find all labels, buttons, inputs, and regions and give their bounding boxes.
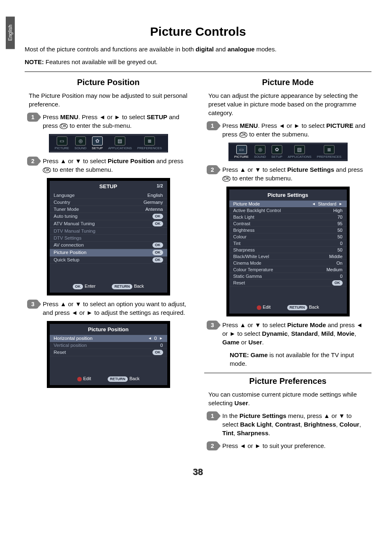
b: Colour: [339, 421, 359, 428]
b: Back Light: [240, 421, 272, 428]
t: and press: [154, 157, 183, 164]
osd-label: Country: [54, 200, 70, 205]
osd-row: Brightness50: [229, 227, 347, 233]
menu-icon: ✿: [272, 145, 282, 154]
osd-row: Colour50: [229, 233, 347, 240]
t: Press: [43, 113, 60, 120]
osd-label: Back Light: [233, 215, 254, 219]
ok-pill: OK: [152, 257, 163, 263]
osd-value: 50: [337, 234, 342, 239]
menu-icon: ▤: [115, 136, 125, 145]
section-heading-picture-preferences: Picture Preferences: [204, 376, 371, 386]
intro-mid: and: [214, 46, 227, 53]
t: . Press ◄ or ► to select: [258, 122, 326, 129]
b: Movie: [337, 330, 355, 337]
return-pill: RETURN: [108, 376, 128, 382]
menubar-item-setup: ✿SETUP: [92, 136, 103, 150]
menu-label: SETUP: [271, 155, 282, 159]
osd-row: AV connectionOK: [50, 242, 167, 249]
note-b: Game: [251, 351, 268, 358]
osd-label: Colour: [233, 234, 247, 239]
osd-row: Horizontal position◄0►: [50, 335, 167, 342]
t: . Press ◄ or ► to select: [78, 113, 147, 120]
right-step-3: 3 Press ▲ or ▼ to select Picture Mode an…: [207, 321, 369, 346]
osd-value: Germany: [143, 200, 163, 205]
right-step3-text: Press ▲ or ▼ to select Picture Mode and …: [222, 321, 369, 346]
osd-page: 1/2: [157, 183, 163, 188]
osd-row: CountryGermany: [50, 199, 167, 206]
osd-label: AV connection: [54, 242, 84, 248]
menu-icon: ≣: [324, 145, 334, 154]
osd-row: Picture PositionOK: [50, 249, 167, 256]
t: to enter the submenu.: [231, 175, 292, 182]
menu-icon: ▤: [294, 145, 305, 154]
return-pill: RETURN: [287, 305, 308, 310]
menu-icon: ▭: [57, 136, 67, 145]
osd-picture-settings-panel: Picture Settings Picture Mode◄Standard►A…: [226, 187, 350, 316]
ok-icon: OK: [60, 123, 68, 129]
osd-row: Auto tuningOK: [50, 213, 167, 220]
page-title: Picture Controls: [25, 25, 371, 39]
pref-step1-text: In the Picture Settings menu, press ▲ or…: [222, 411, 369, 437]
osd-footer: Edit RETURNBack: [50, 373, 167, 385]
osd-label: Picture Position: [54, 250, 87, 255]
b: Tint: [222, 429, 233, 436]
right-step1-text: Press MENU. Press ◄ or ► to select PICTU…: [222, 121, 369, 138]
osd-label: Contrast: [233, 221, 251, 226]
intro-post: modes.: [254, 46, 276, 53]
left-column: Picture Position The Picture Position ma…: [25, 75, 192, 455]
osd-row: DTV Settings: [50, 235, 167, 242]
osd-label: Language: [54, 193, 75, 198]
osd-setup-panel: SETUP 1/2 LanguageEnglishCountryGermanyT…: [47, 178, 170, 295]
note-label: NOTE:: [25, 58, 44, 65]
red-dot-icon: [77, 377, 82, 381]
menubar-setup: ▭PICTURE◎SOUND✿SETUP▤APPLICATIONS≣PREFER…: [49, 134, 168, 152]
menubar-item-sound: ◎SOUND: [254, 145, 266, 159]
t: ,: [359, 421, 361, 428]
osd-row: Static Gamma0: [229, 273, 347, 279]
t: to enter the sub-menu.: [68, 122, 131, 129]
pref-step2-text: Press ◄ or ► to suit your preference.: [222, 441, 369, 450]
b: SETUP: [147, 113, 167, 120]
menu-icon: ≣: [144, 136, 155, 145]
t: You can customise current picture mode s…: [208, 391, 357, 406]
osd-row: Active Backlight ControlHigh: [229, 207, 347, 214]
osd-row: ResetOK: [50, 349, 167, 356]
osd-footer: Edit RETURNBack: [229, 301, 347, 314]
ok-pill: OK: [152, 250, 163, 255]
step-bullet-3: 3: [207, 321, 218, 330]
osd-label: DTV Manual Tuning: [54, 229, 96, 233]
ok-pill: OK: [152, 214, 163, 219]
left-step2-text: Press ▲ or ▼ to select Picture Position …: [43, 157, 189, 174]
osd-label: DTV Settings: [54, 235, 82, 240]
menubar-item-sound: ◎SOUND: [74, 136, 86, 150]
t: ,: [318, 330, 321, 337]
pref-description: You can customise current picture mode s…: [208, 390, 367, 407]
step-bullet-1: 1: [27, 113, 39, 122]
osd-value: High: [333, 208, 343, 213]
right-note: NOTE: Game is not available for the TV i…: [230, 351, 371, 368]
t: .: [268, 429, 270, 436]
pref-step-1: 1 In the Picture Settings menu, press ▲ …: [207, 411, 369, 437]
right-step-2: 2 Press ▲ or ▼ to select Picture Setting…: [207, 165, 369, 182]
osd-row: Colour TemperatureMedium: [229, 266, 347, 273]
osd-row: Back Light70: [229, 214, 347, 220]
left-step1-text: Press MENU. Press ◄ or ► to select SETUP…: [43, 113, 189, 130]
osd-label: Sharpness: [233, 247, 255, 252]
left-step-2: 2 Press ▲ or ▼ to select Picture Positio…: [27, 157, 189, 174]
left-arrow-icon: ◄: [148, 336, 152, 340]
osd-label: Quick Setup: [54, 257, 80, 263]
left-step-1: 1 Press MENU. Press ◄ or ► to select SET…: [27, 113, 189, 130]
osd-value: 95: [337, 221, 342, 226]
osd-title: Picture Settings: [229, 189, 347, 201]
menubar-picture: ▭PICTURE◎SOUND✿SETUP▤APPLICATIONS≣PREFER…: [228, 143, 348, 161]
t: ,: [233, 429, 237, 436]
osd-value: 50: [337, 228, 342, 233]
right-description: You can adjust the picture appearance by…: [208, 91, 367, 117]
b: Picture Position: [108, 157, 154, 164]
b: Mild: [321, 330, 334, 337]
divider: [25, 72, 371, 72]
return-pill: RETURN: [112, 284, 132, 289]
right-column: Picture Mode You can adjust the picture …: [204, 75, 371, 455]
osd-label: Reset: [54, 350, 66, 355]
